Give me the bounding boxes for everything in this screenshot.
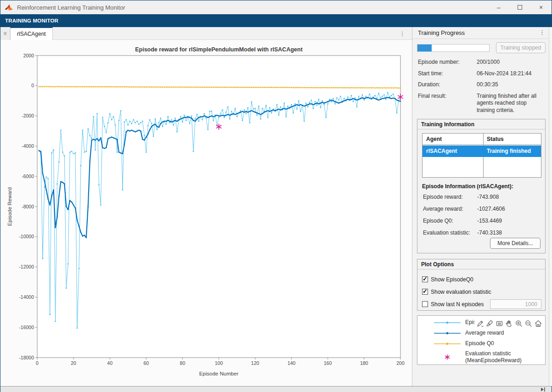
plot-options-group: Plot Options Show EpisodeQ0Show evaluati… xyxy=(417,259,546,311)
svg-text:80: 80 xyxy=(180,360,186,366)
titlebar: Reinforcement Learning Training Monitor … xyxy=(0,0,552,14)
plot-option-row: Show EpisodeQ0 xyxy=(422,273,541,286)
table-cell-agent: rlSACAgent xyxy=(426,148,457,154)
maximize-button[interactable] xyxy=(509,0,530,14)
svg-text:-6000: -6000 xyxy=(22,174,34,179)
training-stopped-button[interactable]: Training stopped xyxy=(496,42,546,53)
legend-label: Episode Q0 xyxy=(465,340,494,347)
tab-rlsacagent[interactable]: rlSACAgent xyxy=(10,27,53,40)
info-label: Episode Q0: xyxy=(423,218,477,224)
figure-area: 02040608010012014016018020020000-2000-40… xyxy=(0,40,412,386)
svg-text:160: 160 xyxy=(324,360,332,366)
svg-text:0: 0 xyxy=(36,360,39,366)
chart-title: Episode reward for rlSimplePendulumModel… xyxy=(135,46,303,53)
legend-item[interactable]: Average reward xyxy=(433,329,545,337)
zoom-out-icon[interactable] xyxy=(524,319,533,328)
group-title: Plot Options xyxy=(417,259,545,269)
table-row[interactable]: rlSACAgent Training finished xyxy=(422,146,541,157)
svg-text:-14000: -14000 xyxy=(19,294,34,300)
table-header-status: Status xyxy=(487,136,504,142)
legend-item[interactable]: Evaluation statistic (MeanEpisodeReward) xyxy=(433,350,545,364)
tab-strip: ≡ rlSACAgent ⋮ xyxy=(0,27,412,40)
svg-text:60: 60 xyxy=(143,360,149,366)
home-icon[interactable] xyxy=(533,319,543,328)
app-window: Reinforcement Learning Training Monitor … xyxy=(0,0,552,392)
pan-icon[interactable] xyxy=(504,319,514,328)
info-value: -1027.4606 xyxy=(477,206,505,212)
agent-status-table: Agent Status rlSACAgent Training finishe… xyxy=(422,133,541,178)
chart-legend: Episode rewardAverage rewardEpisode Q0Ev… xyxy=(417,315,546,365)
episode-info-row: Evaluation statistic:-740.3138 xyxy=(423,230,542,236)
checkbox[interactable] xyxy=(422,289,428,295)
minimize-button[interactable]: – xyxy=(488,0,509,14)
info-label: Final result: xyxy=(418,93,477,114)
checkbox[interactable] xyxy=(422,301,428,307)
table-cell-status: Training finished xyxy=(487,148,531,154)
ribbon-tab-training-monitor[interactable]: TRAINING MONITOR xyxy=(5,18,58,23)
svg-text:20: 20 xyxy=(71,360,76,366)
checkbox-label: Show EpisodeQ0 xyxy=(431,276,473,283)
more-details-button[interactable]: More Details... xyxy=(490,238,541,249)
info-label: Average reward: xyxy=(423,206,477,212)
svg-text:2000: 2000 xyxy=(23,53,34,58)
axes-toolbar xyxy=(474,318,544,329)
info-value: 00:30:35 xyxy=(477,81,498,89)
plot-option-row: Show last N episodes xyxy=(422,298,541,310)
checkbox[interactable] xyxy=(422,276,428,282)
plot-options-list: Show EpisodeQ0Show evaluation statisticS… xyxy=(422,273,541,310)
group-title: Training Information xyxy=(417,119,545,129)
svg-text:180: 180 xyxy=(360,360,368,366)
matlab-logo-icon xyxy=(5,4,13,11)
tab-overflow-menu-icon[interactable]: ⋮ xyxy=(398,27,406,40)
svg-text:-8000: -8000 xyxy=(22,204,34,209)
info-label: Evaluation statistic: xyxy=(423,230,477,236)
checkbox-label: Show evaluation statistic xyxy=(431,289,491,295)
svg-text:-18000: -18000 xyxy=(19,355,34,360)
panel-title: Training Progress xyxy=(418,29,465,36)
brush-icon[interactable] xyxy=(485,319,495,328)
progress-info-list: Episode number:200/1000Start time:06-Nov… xyxy=(418,59,546,118)
checkbox-label: Show last N episodes xyxy=(431,301,484,308)
info-value: 06-Nov-2024 18:21:44 xyxy=(477,70,531,78)
last-n-episodes-input[interactable] xyxy=(490,299,541,309)
panel-header: Training Progress ⋮ xyxy=(412,27,549,39)
right-scroll-gutter[interactable] xyxy=(549,27,552,386)
svg-text:-16000: -16000 xyxy=(19,325,34,330)
ribbon-bar: TRAINING MONITOR xyxy=(0,14,552,27)
svg-text:120: 120 xyxy=(251,360,259,366)
tab-list-menu-icon[interactable]: ≡ xyxy=(0,27,10,40)
zoom-in-icon[interactable] xyxy=(514,319,524,328)
episode-information-title: Episode Information (rlSACAgent): xyxy=(422,183,513,190)
progress-info-row: Episode number:200/1000 xyxy=(418,59,546,66)
info-label: Episode number: xyxy=(418,59,477,66)
info-label: Episode reward: xyxy=(423,194,477,200)
svg-text:-10000: -10000 xyxy=(19,234,34,239)
training-information-group: Training Information Agent Status rlSACA… xyxy=(417,119,546,253)
datatips-icon[interactable] xyxy=(495,319,504,328)
info-label: Start time: xyxy=(418,70,477,78)
info-value: Training finished after all agents reach… xyxy=(477,93,546,114)
bottom-scrollbar[interactable] xyxy=(0,386,552,392)
info-label: Duration: xyxy=(418,81,477,89)
panel-menu-icon[interactable]: ⋮ xyxy=(539,29,545,36)
svg-text:140: 140 xyxy=(287,360,296,366)
info-value: 200/1000 xyxy=(477,59,500,66)
svg-text:100: 100 xyxy=(215,360,223,366)
training-progress-fill xyxy=(417,45,432,51)
svg-text:200: 200 xyxy=(396,360,405,366)
legend-item[interactable]: Episode Q0 xyxy=(433,340,545,347)
plot-option-row: Show evaluation statistic xyxy=(422,286,541,298)
svg-text:-4000: -4000 xyxy=(22,143,34,149)
svg-text:0: 0 xyxy=(31,83,34,88)
main-area: ≡ rlSACAgent ⋮ 0204060801001201401601802… xyxy=(0,27,552,386)
close-button[interactable]: × xyxy=(530,0,552,14)
export-icon[interactable] xyxy=(475,319,485,328)
table-header-row: Agent Status xyxy=(422,134,541,145)
svg-text:40: 40 xyxy=(107,360,113,366)
scroll-right-icon[interactable] xyxy=(541,387,546,392)
svg-text:-12000: -12000 xyxy=(19,264,34,269)
legend-swatch-icon xyxy=(433,319,462,326)
episode-info-row: Average reward:-1027.4606 xyxy=(423,206,542,212)
info-value: -740.3138 xyxy=(477,230,502,236)
svg-text:-2000: -2000 xyxy=(22,113,34,118)
